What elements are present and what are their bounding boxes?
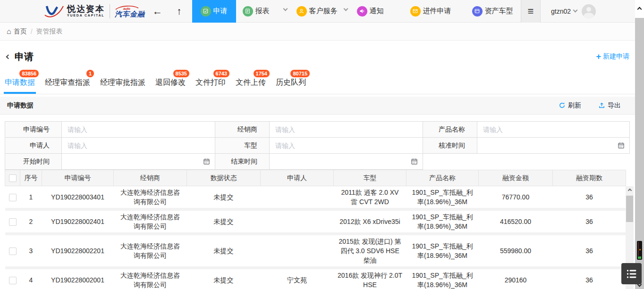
brand-name-cn: 悦达资本 [67, 5, 105, 14]
avatar[interactable] [582, 4, 596, 18]
filter-label-end-time: 结束时间 [215, 154, 270, 170]
column-header: 申请编号 [42, 170, 114, 186]
chevron-down-icon [573, 8, 578, 13]
filter-cell-vehicle-model [270, 138, 423, 154]
chevron-down-icon[interactable] [343, 7, 348, 11]
chevron-down-icon[interactable] [283, 7, 288, 11]
dealer-input[interactable] [270, 122, 423, 137]
cell-product: 1901_SP_车抵融_利率(18.96%)_36M [407, 268, 479, 289]
nav-item-form[interactable]: 申请 [192, 0, 236, 23]
tab-2[interactable]: 1经理审查指派 [45, 78, 90, 94]
nav-item-label: 申请 [213, 7, 228, 16]
nav-item-notice[interactable]: 通知 [357, 0, 384, 23]
filter-label-approval-time: 核准时间 [423, 138, 477, 154]
table-row: 1YD190228003401大连乾海经济信息咨询有限公司未提交2011款 逍客… [5, 186, 626, 210]
end-time-input[interactable] [270, 154, 411, 169]
filter-empty-cell [423, 154, 630, 170]
breadcrumb-home[interactable]: 首页 [14, 27, 27, 36]
panel-title: 申请数据 [7, 101, 34, 110]
application-no-input[interactable] [62, 122, 215, 137]
cell-status: 未提交 [187, 234, 261, 268]
top-navbar: 悦达资本 YUEDA CAPITAL auto 汽车金融 ← ↑ 申请报表客户服… [0, 0, 635, 23]
export-button[interactable]: 导出 [598, 101, 621, 110]
back-chevron-icon[interactable] [6, 54, 11, 59]
calendar-icon[interactable] [203, 158, 210, 165]
cell-product: 1901_SP_车抵融_利率(18.96%)_36M [407, 186, 479, 210]
table-header-row: 序号申请编号经销商数据状态申请人车型产品名称融资金额融资期数 [5, 170, 626, 186]
up-arrow-button[interactable]: ↑ [177, 6, 182, 17]
list-icon [626, 269, 637, 279]
cell-periods: 36 [553, 209, 626, 234]
header-checkbox-cell [5, 170, 20, 186]
product-name-input[interactable] [477, 122, 629, 137]
select-all-checkbox[interactable] [9, 174, 17, 182]
panel-header: 申请数据 刷新 导出 [0, 97, 635, 115]
applications-table: 序号申请编号经销商数据状态申请人车型产品名称融资金额融资期数 1YD190228… [5, 170, 626, 289]
row-checkbox-cell [5, 268, 20, 289]
filter-label-start-time: 开始时间 [5, 154, 62, 170]
row-checkbox[interactable] [9, 218, 17, 226]
tab-label: 历史队列 [276, 78, 306, 86]
back-arrow-button[interactable]: ← [153, 6, 162, 17]
asset-vehicle-icon [472, 6, 483, 17]
tab-3[interactable]: 经理审批指派 [100, 78, 145, 94]
scroll-minimap [637, 241, 642, 260]
tab-1[interactable]: 83856申请数据 [5, 78, 35, 94]
table-row: 2YD190228002401大连乾海经济信息咨询有限公司未提交2012款 X6… [5, 209, 626, 234]
cell-vehicle: 2015款 发现(进口) 第四代 3.0 SDV6 HSE 柴油 [334, 234, 407, 268]
window-scrollbar[interactable] [635, 0, 644, 289]
brand-name-en: YUEDA CAPITAL [67, 14, 105, 17]
table-row: 3YD190228002201大连乾海经济信息咨询有限公司未提交2015款 发现… [5, 234, 626, 268]
nav-item-report[interactable]: 报表 [243, 0, 270, 23]
start-time-input[interactable] [62, 154, 203, 169]
table-body: 1YD190228003401大连乾海经济信息咨询有限公司未提交2011款 逍客… [5, 186, 626, 289]
filter-cell-application-no [62, 122, 215, 138]
cell-app-no: YD190228003401 [42, 186, 114, 210]
username: gtzn02 [551, 8, 571, 15]
menu-button[interactable]: ≡ [521, 0, 541, 23]
calendar-icon[interactable] [618, 142, 625, 149]
report-icon [243, 6, 253, 17]
sub-brand-name: 汽车金融 [115, 10, 145, 17]
refresh-button[interactable]: 刷新 [559, 101, 581, 110]
tab-4[interactable]: 8535退回修改 [155, 78, 186, 94]
nav-item-intake[interactable]: 进件申请 [410, 0, 451, 23]
tab-label: 文件上传 [236, 78, 266, 86]
scroll-up-button[interactable] [635, 0, 644, 18]
row-checkbox[interactable] [9, 248, 17, 255]
breadcrumb: ⌂ 首页 / 资管报表 [0, 23, 635, 41]
tab-label: 退回修改 [155, 78, 186, 86]
page-title: 申请 [15, 50, 34, 63]
cell-status: 未提交 [187, 209, 261, 234]
row-checkbox[interactable] [9, 194, 17, 201]
tab-badge: 8535 [173, 70, 189, 77]
filter-cell-product-name [477, 122, 630, 138]
approval-time-input[interactable] [477, 138, 618, 153]
nav-item-asset-vehicle[interactable]: 资产车型 [472, 0, 513, 23]
nav-item-customer-service[interactable]: 客户服务 [297, 0, 338, 23]
table-scrollbar-thumb[interactable] [626, 196, 633, 222]
applicant-input[interactable] [62, 138, 215, 153]
tab-7[interactable]: 80715历史队列 [276, 78, 306, 94]
plus-icon: + [596, 52, 601, 62]
vehicle-model-input[interactable] [270, 138, 423, 153]
tab-6[interactable]: 1754文件上传 [236, 78, 266, 94]
list-menu-button[interactable] [621, 263, 642, 284]
cell-dealer: 大连乾海经济信息咨询有限公司 [114, 209, 187, 234]
nav-item-label: 通知 [370, 7, 384, 16]
filter-cell-end-time [270, 154, 423, 170]
user-menu[interactable]: gtzn02 [551, 4, 596, 18]
table-scroll-up-button[interactable] [626, 186, 634, 194]
brand-logo[interactable]: 悦达资本 YUEDA CAPITAL auto 汽车金融 [43, 3, 145, 19]
new-application-label: 新建申请 [603, 52, 629, 61]
tab-badge: 80715 [290, 70, 310, 77]
home-icon: ⌂ [7, 27, 11, 36]
new-application-button[interactable]: + 新建申请 [596, 52, 629, 62]
row-checkbox[interactable] [9, 277, 17, 284]
nav-item-label: 进件申请 [423, 7, 451, 16]
navbar-items: 申请报表客户服务通知进件申请资产车型 [182, 0, 521, 23]
window-scrollbar-track[interactable] [635, 18, 644, 289]
tab-5[interactable]: 6743文件打印 [195, 78, 226, 94]
calendar-icon[interactable] [411, 158, 418, 165]
notice-icon [357, 6, 367, 17]
